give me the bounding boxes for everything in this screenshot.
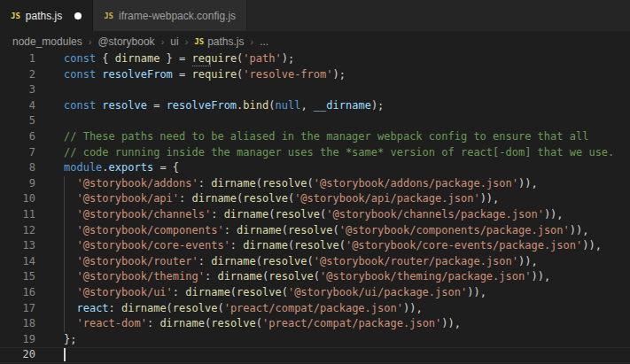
breadcrumb-item-label: paths.js [207, 35, 244, 48]
indent-guide [64, 269, 65, 285]
indent-guide [64, 238, 65, 254]
code-line-9[interactable]: 9 '@storybook/addons': dirname(resolve('… [0, 176, 630, 192]
code-editor[interactable]: 1const { dirname } = require('path');2co… [0, 51, 630, 364]
code-line-3[interactable]: 3 [0, 82, 630, 98]
breadcrumb-item-label: ... [260, 35, 268, 48]
code-text: const resolveFrom = require('resolve-fro… [64, 67, 346, 83]
code-text: }; [64, 332, 76, 348]
code-line-18[interactable]: 18 'react-dom': dirname(resolve('preact/… [0, 316, 630, 332]
js-file-icon: JS [11, 12, 20, 20]
code-text: '@storybook/api': dirname(resolve('@stor… [64, 191, 499, 207]
js-file-icon: JS [104, 12, 113, 20]
code-text: // code running inside the manager uses … [64, 145, 614, 161]
code-text: '@storybook/channels': dirname(resolve('… [64, 207, 564, 223]
code-line-5[interactable]: 5 [0, 113, 630, 129]
js-file-icon: JS [194, 37, 204, 46]
vscode-window: JSpaths.jsJSiframe-webpack.config.js nod… [0, 0, 630, 364]
line-number: 8 [0, 160, 35, 176]
code-line-17[interactable]: 17 react: dirname(resolve('preact/compat… [0, 301, 630, 317]
code-line-15[interactable]: 15 '@storybook/theming': dirname(resolve… [0, 269, 630, 285]
code-text: '@storybook/components': dirname(resolve… [64, 223, 588, 239]
code-text: const { dirname } = require('path'); [64, 51, 294, 67]
tab-label: paths.js [26, 10, 62, 22]
code-line-4[interactable]: 4const resolve = resolveFrom.bind(null, … [0, 98, 630, 114]
code-line-6[interactable]: 6// These paths need to be aliased in th… [0, 129, 630, 145]
code-line-14[interactable]: 14 '@storybook/router': dirname(resolve(… [0, 254, 630, 270]
code-line-1[interactable]: 1const { dirname } = require('path'); [0, 51, 630, 67]
indent-guide [64, 285, 65, 301]
code-line-8[interactable]: 8module.exports = { [0, 160, 630, 176]
breadcrumb-item-label: ui [170, 35, 178, 48]
code-text: const resolve = resolveFrom.bind(null, _… [64, 98, 384, 114]
line-number: 14 [0, 254, 35, 270]
code-text: module.exports = { [64, 160, 179, 176]
code-text: '@storybook/ui': dirname(resolve('@story… [64, 285, 486, 301]
tab-iframe-webpack.config.js[interactable]: JSiframe-webpack.config.js [93, 0, 247, 31]
line-number: 5 [0, 113, 35, 129]
breadcrumb-separator: › [89, 36, 92, 47]
line-number: 3 [0, 82, 35, 98]
breadcrumb-item-label: node_modules [12, 35, 82, 48]
line-number: 13 [0, 238, 35, 254]
code-text: '@storybook/router': dirname(resolve('@s… [64, 254, 538, 270]
code-text: react: dirname(resolve('preact/compat/pa… [64, 301, 423, 317]
text-cursor [64, 348, 66, 361]
line-number: 6 [0, 129, 35, 145]
code-line-12[interactable]: 12 '@storybook/components': dirname(reso… [0, 223, 630, 239]
line-number: 16 [0, 285, 35, 301]
line-number: 1 [0, 51, 35, 67]
code-line-19[interactable]: 19}; [0, 332, 630, 348]
code-text: '@storybook/addons': dirname(resolve('@s… [64, 176, 538, 192]
code-line-7[interactable]: 7// code running inside the manager uses… [0, 145, 630, 161]
line-number: 4 [0, 98, 35, 114]
breadcrumb-separator: › [251, 36, 254, 47]
breadcrumb-item-...[interactable]: ... [260, 35, 268, 48]
code-text: // These paths need to be aliased in the… [64, 129, 588, 145]
line-number: 17 [0, 301, 35, 317]
indent-guide [64, 254, 65, 270]
breadcrumb-item-node_modules[interactable]: node_modules [12, 35, 82, 48]
breadcrumb: node_modules›@storybook›ui›JSpaths.js›..… [0, 31, 630, 51]
breadcrumb-item-ui[interactable]: ui [170, 35, 178, 48]
tab-label: iframe-webpack.config.js [119, 10, 236, 22]
line-number: 20 [0, 347, 35, 363]
code-text: '@storybook/core-events': dirname(resolv… [64, 238, 602, 254]
breadcrumb-item-label: @storybook [97, 35, 154, 48]
line-number: 9 [0, 176, 35, 192]
line-number: 15 [0, 269, 35, 285]
line-number: 18 [0, 316, 35, 332]
modified-dot-icon[interactable] [74, 12, 82, 19]
code-line-20[interactable]: 20 [0, 347, 630, 363]
line-number: 11 [0, 207, 35, 223]
code-line-16[interactable]: 16 '@storybook/ui': dirname(resolve('@st… [0, 285, 630, 301]
code-line-10[interactable]: 10 '@storybook/api': dirname(resolve('@s… [0, 191, 630, 207]
breadcrumb-item-@storybook[interactable]: @storybook [97, 35, 154, 48]
line-number: 19 [0, 332, 35, 348]
indent-guide [64, 301, 65, 317]
line-number: 7 [0, 145, 35, 161]
breadcrumb-item-paths.js[interactable]: JSpaths.js [194, 35, 244, 48]
breadcrumb-separator: › [185, 36, 189, 47]
indent-guide [64, 223, 65, 239]
line-number: 10 [0, 191, 35, 207]
code-line-11[interactable]: 11 '@storybook/channels': dirname(resolv… [0, 207, 630, 223]
indent-guide [64, 176, 65, 192]
line-number: 2 [0, 67, 35, 83]
code-text: 'react-dom': dirname(resolve('preact/com… [64, 316, 461, 332]
code-line-13[interactable]: 13 '@storybook/core-events': dirname(res… [0, 238, 630, 254]
breadcrumb-separator: › [161, 36, 165, 47]
line-number: 12 [0, 223, 35, 239]
tab-paths.js[interactable]: JSpaths.js [0, 0, 93, 31]
indent-guide [64, 207, 65, 223]
indent-guide [64, 316, 65, 332]
tab-bar: JSpaths.jsJSiframe-webpack.config.js [0, 0, 630, 31]
code-text: '@storybook/theming': dirname(resolve('@… [64, 269, 550, 285]
indent-guide [64, 191, 65, 207]
code-line-2[interactable]: 2const resolveFrom = require('resolve-fr… [0, 67, 630, 83]
